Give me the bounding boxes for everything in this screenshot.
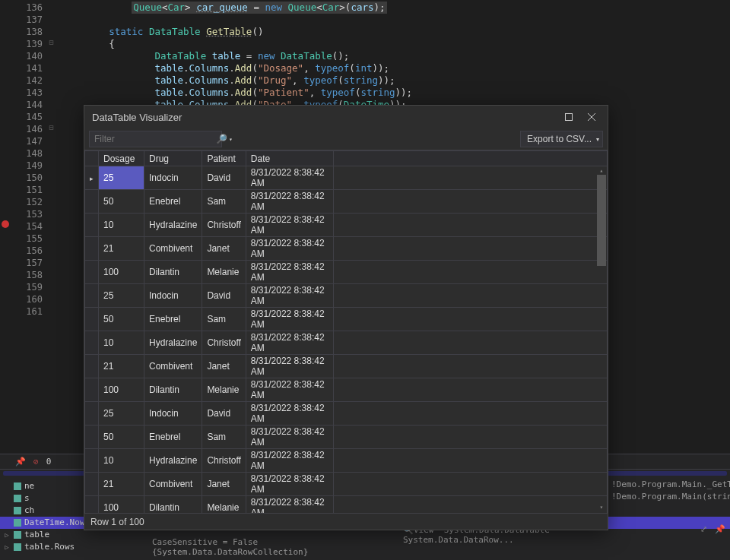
close-button[interactable]: [580, 106, 603, 128]
cell-date[interactable]: 8/31/2022 8:38:42 AM: [246, 402, 333, 426]
cell-dosage[interactable]: 100: [99, 261, 144, 284]
cell-dosage[interactable]: 100: [99, 378, 144, 402]
cell-dosage[interactable]: 10: [99, 331, 144, 355]
fold-marker[interactable]: [46, 207, 57, 219]
filter-input[interactable]: [90, 134, 213, 144]
fold-marker[interactable]: [46, 109, 57, 122]
cell-dosage[interactable]: 100: [99, 496, 144, 514]
cell-dosage[interactable]: 21: [99, 355, 144, 378]
fold-marker[interactable]: [46, 12, 57, 24]
row-selector[interactable]: [85, 284, 99, 308]
cell-patient[interactable]: Christoff: [202, 449, 246, 473]
table-row[interactable]: 21CombiventJanet8/31/2022 8:38:42 AM: [85, 355, 608, 378]
callstack-line[interactable]: !Demo.Program.Main._GetTable: [611, 479, 727, 492]
fold-marker[interactable]: [46, 267, 57, 280]
cell-patient[interactable]: Melanie: [202, 261, 246, 284]
data-grid[interactable]: DosageDrugPatientDate 25IndocinDavid8/31…: [84, 150, 608, 513]
table-row[interactable]: 10HydralazineChristoff8/31/2022 8:38:42 …: [85, 214, 608, 237]
cell-date[interactable]: 8/31/2022 8:38:42 AM: [246, 496, 333, 514]
pin-icon-2[interactable]: 📌: [715, 524, 725, 534]
row-header-blank[interactable]: [85, 151, 99, 166]
cell-patient[interactable]: Melanie: [202, 496, 246, 514]
code-line[interactable]: table.Columns.Add("Dosage", typeof(int))…: [63, 62, 730, 74]
fold-marker[interactable]: [46, 97, 57, 109]
fold-marker[interactable]: [46, 146, 57, 158]
code-line[interactable]: static DataTable GetTable(): [63, 26, 730, 38]
row-selector[interactable]: [85, 449, 99, 473]
cell-drug[interactable]: Combivent: [144, 355, 202, 378]
cell-dosage[interactable]: 50: [99, 190, 144, 214]
scroll-up-icon[interactable]: ▴: [597, 167, 606, 175]
cell-dosage[interactable]: 50: [99, 308, 144, 331]
row-selector[interactable]: [85, 355, 99, 378]
cell-date[interactable]: 8/31/2022 8:38:42 AM: [246, 426, 333, 449]
cell-drug[interactable]: Enebrel: [144, 190, 202, 214]
maximize-button[interactable]: [557, 106, 580, 128]
table-row[interactable]: 100DilantinMelanie8/31/2022 8:38:42 AM: [85, 496, 608, 514]
cell-patient[interactable]: Sam: [202, 190, 246, 214]
column-header-dosage[interactable]: Dosage: [99, 151, 144, 166]
cell-date[interactable]: 8/31/2022 8:38:42 AM: [246, 237, 333, 261]
fold-marker[interactable]: [46, 158, 57, 170]
pin-icon[interactable]: 📌: [15, 457, 26, 467]
table-row[interactable]: 50EnebrelSam8/31/2022 8:38:42 AM: [85, 190, 608, 214]
code-line[interactable]: Queue<Car> car_queue = new Queue<Car>(ca…: [63, 2, 730, 14]
cell-dosage[interactable]: 25: [99, 166, 144, 190]
cell-drug[interactable]: Combivent: [144, 473, 202, 496]
cell-date[interactable]: 8/31/2022 8:38:42 AM: [246, 378, 333, 402]
fold-marker[interactable]: [46, 182, 57, 195]
search-button[interactable]: 🔎 ▾: [213, 134, 236, 144]
cell-drug[interactable]: Dilantin: [144, 261, 202, 284]
row-selector[interactable]: [85, 378, 99, 402]
column-header-date[interactable]: Date: [246, 151, 333, 166]
expand-icon[interactable]: ▷: [3, 529, 11, 541]
cell-date[interactable]: 8/31/2022 8:38:42 AM: [246, 355, 333, 378]
table-row[interactable]: 25IndocinDavid8/31/2022 8:38:42 AM: [85, 166, 608, 190]
fold-marker[interactable]: [46, 195, 57, 207]
cell-dosage[interactable]: 21: [99, 473, 144, 496]
table-row[interactable]: 100DilantinMelanie8/31/2022 8:38:42 AM: [85, 261, 608, 284]
fold-marker[interactable]: [46, 292, 57, 304]
cell-patient[interactable]: Janet: [202, 473, 246, 496]
cell-dosage[interactable]: 10: [99, 214, 144, 237]
scroll-down-icon[interactable]: ▾: [597, 504, 606, 511]
row-selector[interactable]: [85, 426, 99, 449]
row-selector[interactable]: [85, 331, 99, 355]
fold-marker[interactable]: [46, 134, 57, 146]
table-row[interactable]: 50EnebrelSam8/31/2022 8:38:42 AM: [85, 308, 608, 331]
cell-date[interactable]: 8/31/2022 8:38:42 AM: [246, 449, 333, 473]
fold-marker[interactable]: [46, 255, 57, 267]
cell-date[interactable]: 8/31/2022 8:38:42 AM: [246, 308, 333, 331]
fold-marker[interactable]: [46, 280, 57, 292]
cell-drug[interactable]: Combivent: [144, 237, 202, 261]
code-line[interactable]: {: [63, 38, 730, 50]
table-row[interactable]: 21CombiventJanet8/31/2022 8:38:42 AM: [85, 237, 608, 261]
breakpoint-icon[interactable]: [2, 220, 9, 228]
row-selector[interactable]: [85, 496, 99, 514]
cell-patient[interactable]: David: [202, 166, 246, 190]
fold-marker[interactable]: [46, 85, 57, 97]
cell-drug[interactable]: Hydralazine: [144, 331, 202, 355]
window-titlebar[interactable]: DataTable Visualizer: [84, 106, 608, 128]
cell-drug[interactable]: Hydralazine: [144, 214, 202, 237]
row-selector[interactable]: [85, 402, 99, 426]
fold-marker[interactable]: [46, 304, 57, 316]
cell-drug[interactable]: Hydralazine: [144, 449, 202, 473]
code-line[interactable]: table.Columns.Add("Drug", typeof(string)…: [63, 74, 730, 87]
table-row[interactable]: 25IndocinDavid8/31/2022 8:38:42 AM: [85, 284, 608, 308]
cell-drug[interactable]: Indocin: [144, 284, 202, 308]
fold-marker[interactable]: ⊟: [46, 36, 57, 49]
table-row[interactable]: 21CombiventJanet8/31/2022 8:38:42 AM: [85, 473, 608, 496]
expand-icon[interactable]: ▷: [3, 541, 11, 553]
callstack-line[interactable]: !Demo.Program.Main(string[] ar: [611, 492, 727, 504]
code-line[interactable]: table.Columns.Add("Patient", typeof(stri…: [63, 87, 730, 99]
column-header-extra[interactable]: [333, 151, 607, 166]
cell-patient[interactable]: Janet: [202, 355, 246, 378]
cell-date[interactable]: 8/31/2022 8:38:42 AM: [246, 190, 333, 214]
cell-drug[interactable]: Enebrel: [144, 426, 202, 449]
code-line[interactable]: DataTable table = new DataTable();: [63, 50, 730, 62]
fold-column[interactable]: ⊟⊟: [46, 0, 57, 456]
cell-dosage[interactable]: 10: [99, 449, 144, 473]
vertical-scrollbar[interactable]: ▴ ▾: [597, 167, 606, 511]
fold-marker[interactable]: [46, 243, 57, 255]
